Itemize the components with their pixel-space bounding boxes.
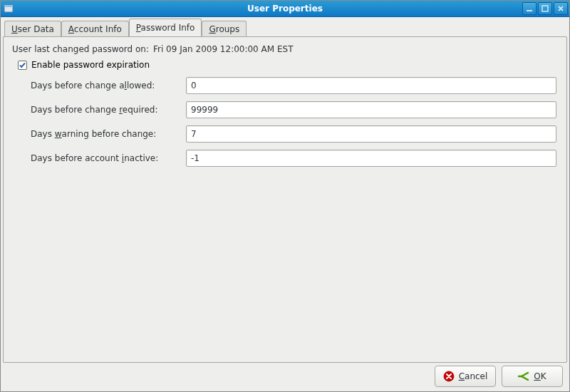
enable-expiration-label: Enable password expiration — [31, 60, 150, 70]
dialog-buttons: Cancel OK — [3, 363, 567, 387]
last-changed-label: User last changed password on: — [12, 44, 149, 54]
window-controls — [521, 2, 568, 15]
cancel-label: Cancel — [459, 371, 488, 381]
ok-label: OK — [534, 371, 546, 381]
tab-strip: User Data Account Info Password Info Gro… — [3, 19, 567, 36]
app-icon — [4, 3, 15, 14]
window-title: User Properties — [247, 4, 323, 14]
tab-password-info[interactable]: Password Info — [129, 19, 202, 36]
days-inactive-input[interactable] — [186, 150, 556, 167]
close-button[interactable] — [554, 2, 568, 15]
cancel-icon — [443, 371, 455, 382]
tab-user-data[interactable]: User Data — [4, 21, 61, 37]
days-before-required-input[interactable] — [186, 101, 556, 118]
tab-container: User Data Account Info Password Info Gro… — [3, 19, 567, 363]
last-changed-row: User last changed password on: Fri 09 Ja… — [12, 44, 558, 54]
maximize-button[interactable] — [538, 2, 552, 15]
user-properties-window: User Properties User Data Account Info — [0, 0, 570, 392]
enable-expiration-checkbox[interactable] — [18, 61, 27, 70]
cancel-button[interactable]: Cancel — [435, 366, 496, 387]
titlebar[interactable]: User Properties — [1, 1, 569, 17]
days-before-allowed-input[interactable] — [186, 77, 556, 94]
tab-groups[interactable]: Groups — [202, 21, 247, 37]
days-before-allowed-label: Days before change allowed: — [31, 81, 180, 91]
last-changed-value: Fri 09 Jan 2009 12:00:00 AM EST — [153, 44, 293, 54]
enable-expiration-row[interactable]: Enable password expiration — [18, 60, 558, 70]
svg-rect-1 — [4, 5, 13, 7]
tab-account-info[interactable]: Account Info — [61, 21, 129, 37]
days-inactive-label: Days before account inactive: — [31, 153, 180, 163]
days-warning-label: Days warning before change: — [31, 129, 180, 139]
ok-button[interactable]: OK — [502, 366, 563, 387]
days-warning-input[interactable] — [186, 125, 556, 143]
password-expiration-form: Days before change allowed: Days before … — [31, 77, 556, 167]
svg-rect-2 — [527, 10, 532, 11]
minimize-button[interactable] — [522, 2, 537, 15]
ok-icon — [518, 371, 529, 382]
tab-panel-password-info: User last changed password on: Fri 09 Ja… — [3, 36, 567, 363]
days-before-required-label: Days before change required: — [31, 105, 180, 115]
svg-rect-3 — [542, 6, 548, 11]
content-area: User Data Account Info Password Info Gro… — [1, 17, 569, 391]
